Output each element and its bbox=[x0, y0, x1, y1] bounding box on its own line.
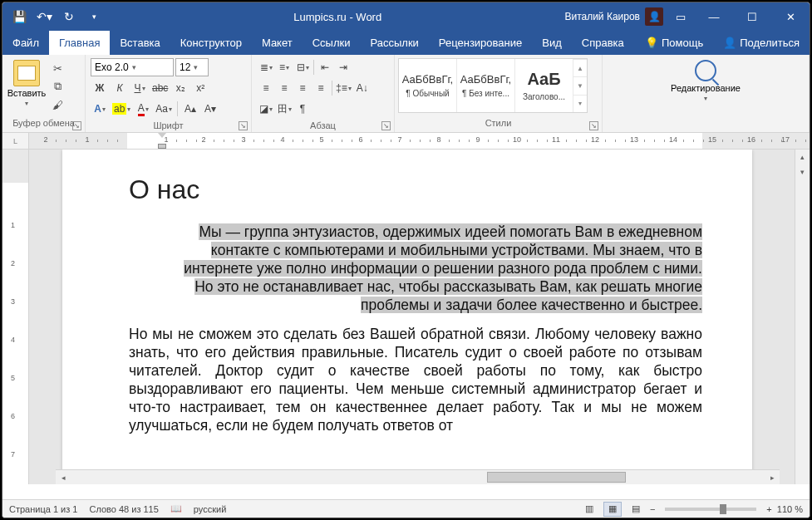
redo-icon[interactable]: ↻ bbox=[57, 5, 81, 28]
ribbon-tabs: Файл Главная Вставка Конструктор Макет С… bbox=[2, 31, 810, 55]
view-print-icon[interactable]: ▦ bbox=[603, 502, 622, 517]
hscroll-right-icon[interactable]: ▸ bbox=[765, 470, 780, 484]
group-label-clipboard: Буфер обмена bbox=[12, 118, 75, 128]
text-effects-button[interactable]: A bbox=[91, 100, 109, 118]
document-heading[interactable]: О нас bbox=[129, 174, 702, 205]
style-no-spacing[interactable]: АаБбВвГг, ¶ Без инте... bbox=[457, 59, 515, 112]
line-spacing-button[interactable]: ‡≡ bbox=[334, 79, 353, 97]
bullets-button[interactable]: ≣ bbox=[257, 58, 275, 76]
editing-button[interactable]: Редактирование ▾ bbox=[666, 58, 746, 102]
show-marks-button[interactable]: ¶ bbox=[293, 100, 312, 118]
vertical-ruler[interactable]: 1234567 bbox=[2, 150, 29, 484]
grow-font-button[interactable]: A▴ bbox=[181, 100, 199, 118]
zoom-out-button[interactable]: − bbox=[650, 504, 655, 514]
zoom-in-button[interactable]: + bbox=[766, 504, 771, 514]
tell-me[interactable]: 💡Помощь bbox=[635, 31, 713, 55]
style-gallery[interactable]: АаБбВвГг, ¶ Обычный АаБбВвГг, ¶ Без инте… bbox=[398, 58, 588, 113]
zoom-slider[interactable] bbox=[665, 508, 756, 511]
highlight-button[interactable]: ab bbox=[111, 100, 132, 118]
change-case-button[interactable]: Aa bbox=[154, 100, 174, 118]
horizontal-ruler-row: L 211234567891011121314151617 bbox=[2, 133, 810, 150]
copy-icon[interactable]: ⧉ bbox=[47, 78, 67, 95]
horizontal-ruler[interactable]: 211234567891011121314151617 bbox=[29, 133, 810, 149]
style-heading[interactable]: АаБ Заголово... bbox=[515, 59, 573, 112]
numbering-button[interactable]: ≡ bbox=[275, 58, 293, 76]
font-size-combo[interactable]: 12▾ bbox=[175, 58, 209, 76]
font-name-combo[interactable]: Exo 2.0▾ bbox=[91, 58, 174, 76]
shading-button[interactable]: ◪ bbox=[257, 100, 275, 118]
vscroll-down-icon[interactable]: ▾ bbox=[795, 164, 810, 179]
align-center-button[interactable]: ≡ bbox=[275, 79, 293, 97]
zoom-level[interactable]: 110 % bbox=[777, 504, 803, 514]
document-paragraph-1[interactable]: Мы — группа энтузиастов, одержимых идеей… bbox=[129, 223, 702, 314]
italic-button[interactable]: К bbox=[111, 79, 129, 97]
decrease-indent-button[interactable]: ⇤ bbox=[316, 58, 334, 76]
tab-view[interactable]: Вид bbox=[532, 31, 572, 55]
vertical-scrollbar[interactable]: ▴ ▾ bbox=[795, 150, 810, 484]
ribbon-options-icon[interactable]: ▭ bbox=[667, 2, 695, 31]
align-right-button[interactable]: ≡ bbox=[293, 79, 312, 97]
bold-button[interactable]: Ж bbox=[91, 79, 109, 97]
tab-insert[interactable]: Вставка bbox=[110, 31, 170, 55]
paste-button[interactable]: Вставить ▾ bbox=[7, 58, 46, 107]
increase-indent-button[interactable]: ⇥ bbox=[334, 58, 352, 76]
hscroll-thumb[interactable] bbox=[487, 472, 626, 483]
style-down-icon[interactable]: ▼ bbox=[573, 76, 587, 94]
minimize-button[interactable]: — bbox=[695, 2, 733, 31]
save-icon[interactable]: 💾 bbox=[7, 5, 31, 28]
lightbulb-icon: 💡 bbox=[645, 37, 658, 49]
tab-layout[interactable]: Макет bbox=[252, 31, 303, 55]
user-name[interactable]: Виталий Каиров bbox=[564, 11, 640, 22]
document-paragraph-2[interactable]: Но мы не сможем это сделать без Вашей об… bbox=[129, 326, 702, 434]
tab-help[interactable]: Справка bbox=[572, 31, 634, 55]
style-more-icon[interactable]: ▾ bbox=[573, 95, 587, 112]
spellcheck-icon[interactable]: 📖 bbox=[170, 503, 182, 514]
shrink-font-button[interactable]: A▾ bbox=[201, 100, 219, 118]
style-up-icon[interactable]: ▲ bbox=[573, 59, 587, 76]
tab-file[interactable]: Файл bbox=[2, 31, 49, 55]
align-left-button[interactable]: ≡ bbox=[257, 79, 275, 97]
left-indent-marker[interactable] bbox=[158, 144, 166, 149]
paragraph-launcher[interactable]: ↘ bbox=[381, 121, 391, 130]
tab-home[interactable]: Главная bbox=[49, 31, 110, 55]
hscroll-left-icon[interactable]: ◂ bbox=[56, 470, 71, 484]
avatar[interactable]: 👤 bbox=[645, 7, 663, 26]
clipboard-launcher[interactable]: ↘ bbox=[72, 121, 81, 130]
format-painter-icon[interactable]: 🖌 bbox=[47, 96, 67, 113]
first-line-indent-marker[interactable] bbox=[158, 133, 166, 138]
multilevel-button[interactable]: ⊟ bbox=[293, 58, 312, 76]
horizontal-scrollbar[interactable]: ◂ ▸ bbox=[56, 469, 780, 484]
tab-design[interactable]: Конструктор bbox=[170, 31, 252, 55]
maximize-button[interactable]: ☐ bbox=[733, 2, 771, 31]
tab-mailings[interactable]: Рассылки bbox=[360, 31, 428, 55]
underline-button[interactable]: Ч bbox=[130, 79, 149, 97]
justify-button[interactable]: ≡ bbox=[312, 79, 330, 97]
subscript-button[interactable]: x₂ bbox=[171, 79, 189, 97]
tab-review[interactable]: Рецензирование bbox=[429, 31, 532, 55]
font-launcher[interactable]: ↘ bbox=[239, 121, 248, 130]
share-button[interactable]: 👤Поделиться bbox=[713, 31, 810, 55]
title-bar: 💾 ↶▾ ↻ ▾ Lumpics.ru - Word Виталий Каиро… bbox=[2, 2, 810, 31]
styles-launcher[interactable]: ↘ bbox=[589, 121, 598, 130]
close-button[interactable]: ✕ bbox=[771, 2, 810, 31]
status-page[interactable]: Страница 1 из 1 bbox=[9, 504, 77, 514]
strike-button[interactable]: abc bbox=[150, 79, 170, 97]
style-normal[interactable]: АаБбВвГг, ¶ Обычный bbox=[399, 59, 457, 112]
undo-icon[interactable]: ↶▾ bbox=[32, 5, 56, 28]
sort-button[interactable]: A↓ bbox=[353, 79, 372, 97]
borders-button[interactable]: 田 bbox=[275, 100, 293, 118]
status-words[interactable]: Слово 48 из 115 bbox=[89, 504, 158, 514]
ruler-corner[interactable]: L bbox=[2, 133, 29, 149]
superscript-button[interactable]: x² bbox=[191, 79, 209, 97]
view-read-icon[interactable]: ▥ bbox=[580, 502, 598, 517]
vscroll-up-icon[interactable]: ▴ bbox=[795, 150, 810, 164]
document-area: 1234567 О нас Мы — группа энтузиастов, о… bbox=[2, 150, 810, 484]
page[interactable]: О нас Мы — группа энтузиастов, одержимых… bbox=[62, 150, 752, 484]
qat-customize-icon[interactable]: ▾ bbox=[82, 5, 106, 28]
font-color-button[interactable]: A bbox=[134, 100, 152, 118]
status-language[interactable]: русский bbox=[194, 504, 226, 514]
group-styles: АаБбВвГг, ¶ Обычный АаБбВвГг, ¶ Без инте… bbox=[395, 55, 603, 132]
tab-references[interactable]: Ссылки bbox=[303, 31, 361, 55]
view-web-icon[interactable]: ▤ bbox=[627, 502, 645, 517]
cut-icon[interactable]: ✂ bbox=[47, 60, 67, 76]
